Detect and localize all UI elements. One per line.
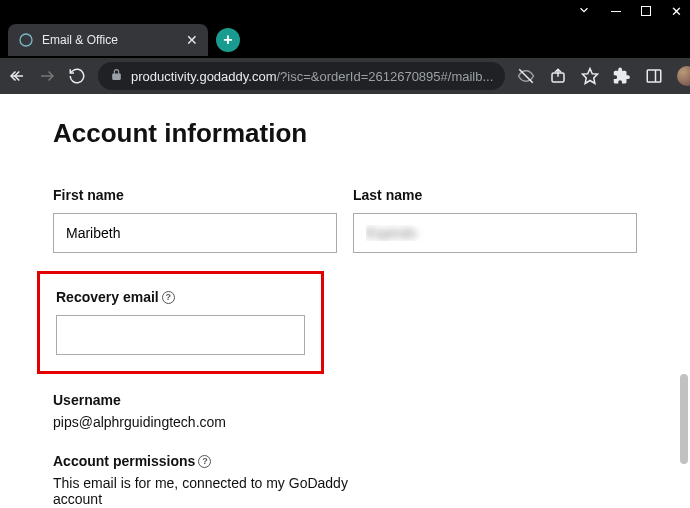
permissions-value: This email is for me, connected to my Go… [53,475,353,507]
recovery-email-input[interactable] [56,315,305,355]
lock-icon [110,67,123,85]
address-bar[interactable]: productivity.godaddy.com/?isc=&orderId=2… [98,62,505,90]
nav-bar: productivity.godaddy.com/?isc=&orderId=2… [0,58,690,94]
page-content: Account information First name Last name… [25,94,665,508]
help-icon[interactable]: ? [162,291,175,304]
toolbar-icons: ⋮ [517,66,690,86]
first-name-input[interactable] [53,213,337,253]
minimize-button[interactable] [611,11,621,12]
svg-rect-7 [648,70,662,82]
scrollbar-thumb[interactable] [680,374,688,464]
window-controls: ✕ [0,0,690,22]
last-name-label: Last name [353,187,637,203]
forward-button[interactable] [38,67,56,85]
name-row: First name Last name [53,187,637,253]
star-icon[interactable] [581,67,599,85]
last-name-group: Last name [353,187,637,253]
new-tab-button[interactable]: + [216,28,240,52]
tab-close-icon[interactable]: ✕ [186,32,198,48]
tab-favicon-icon [18,32,34,48]
permissions-label: Account permissions ? [53,453,211,469]
url-text: productivity.godaddy.com/?isc=&orderId=2… [131,69,493,84]
chevron-down-icon[interactable] [577,3,591,20]
last-name-input[interactable] [353,213,637,253]
share-icon[interactable] [549,67,567,85]
username-value: pips@alphrguidingtech.com [53,414,637,430]
reload-button[interactable] [68,67,86,85]
username-section: Username pips@alphrguidingtech.com [53,392,637,430]
recovery-email-label: Recovery email ? [56,289,175,305]
svg-marker-6 [583,69,598,84]
eye-off-icon[interactable] [517,67,535,85]
browser-tab[interactable]: Email & Office ✕ [8,24,208,56]
profile-avatar[interactable] [677,66,690,86]
help-icon[interactable]: ? [198,455,211,468]
panel-icon[interactable] [645,67,663,85]
permissions-section: Account permissions ? This email is for … [53,452,637,507]
tab-strip: Email & Office ✕ + [0,22,690,58]
extensions-icon[interactable] [613,67,631,85]
page-title: Account information [53,118,637,149]
first-name-group: First name [53,187,337,253]
recovery-email-highlight: Recovery email ? [37,271,324,374]
back-button[interactable] [8,67,26,85]
page-content-wrapper: Account information First name Last name… [0,94,690,508]
close-window-button[interactable]: ✕ [671,4,682,19]
maximize-button[interactable] [641,6,651,16]
tab-title: Email & Office [42,33,178,47]
first-name-label: First name [53,187,337,203]
svg-point-0 [20,34,32,46]
username-label: Username [53,392,637,408]
